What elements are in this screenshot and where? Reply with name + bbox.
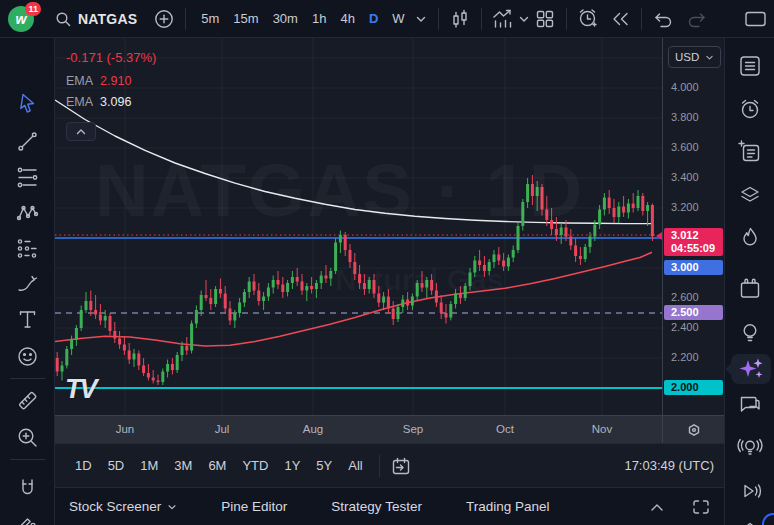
undo-button[interactable] [650,6,676,32]
symbol-watermark: NATGAS · 1D [95,148,655,233]
candle-body [329,271,332,279]
interval-30m[interactable]: 30m [266,6,305,32]
zoom-in-tool-button[interactable] [15,425,40,450]
go-to-date-icon [390,455,412,477]
candle-body [267,288,270,297]
chart-pane: NATGAS · 1D Natural Gas -0.171 (-5.37%) … [55,38,724,487]
ai-sparkles-icon [731,354,771,384]
ruler-icon [15,388,40,413]
candle-body [152,378,155,381]
chart-style-button[interactable] [447,6,473,32]
pattern-tool-button[interactable] [15,201,40,226]
price-axis[interactable]: USD 4.0003.8003.6003.4003.2002.6002.4002… [662,38,724,415]
measure-tool-button[interactable] [15,388,40,413]
bar-close-countdown: 04:55:09 [671,242,723,255]
candle-body [382,297,385,303]
strategy-tester-tab[interactable]: Strategy Tester [331,499,422,514]
save-layout-button[interactable] [742,6,768,32]
create-alert-button[interactable] [575,6,601,32]
range-1m[interactable]: 1M [132,453,166,479]
symbol-description-watermark: Natural Gas [335,263,662,297]
forecast-tool-button[interactable] [15,236,40,261]
fullscreen-button[interactable] [688,494,714,520]
stay-in-drawing-mode-button[interactable] [15,511,40,525]
indicator-row-ema-fast[interactable]: EMA 2.910 [66,74,156,88]
range-ytd[interactable]: YTD [234,453,276,479]
magnet-mode-button[interactable] [15,476,40,501]
trading-panel-tab[interactable]: Trading Panel [466,499,550,514]
chat-button[interactable] [737,391,763,417]
timezone-clock[interactable]: 17:03:49 (UTC) [624,458,714,473]
account-menu-button[interactable]: w 11 [8,6,34,32]
current-price-badge: 3.012 04:55:09 [664,228,723,256]
go-to-date-button[interactable] [388,453,414,479]
candle-body [113,331,116,339]
live-streams-button[interactable] [737,434,763,460]
plus-circle-icon [153,8,175,30]
interval-5m[interactable]: 5m [194,6,226,32]
interval-1d[interactable]: D [362,6,385,32]
legend-collapse-button[interactable] [66,122,96,141]
stock-screener-tab[interactable]: Stock Screener [69,499,177,514]
range-5y[interactable]: 5Y [308,453,340,479]
indicators-menu-button[interactable] [516,6,532,32]
brush-tool-button[interactable] [15,271,40,296]
watchlist-button[interactable] [737,53,763,79]
journal-button[interactable] [737,139,763,165]
candle-body [224,294,227,309]
candle-body [397,307,400,319]
emoji-tool-button[interactable] [15,344,40,369]
interval-menu-button[interactable] [412,6,430,32]
candle-body [118,339,121,345]
candle-body [296,277,299,282]
candle-body [281,285,284,293]
compare-add-button[interactable] [151,6,177,32]
tradingview-logo-watermark[interactable]: TV [65,374,96,405]
fib-retracement-icon [15,165,40,190]
range-1y[interactable]: 1Y [276,453,308,479]
alerts-button[interactable] [737,96,763,122]
range-3m[interactable]: 3M [166,453,200,479]
hotlists-button[interactable] [737,225,763,251]
price-tick: 2.400 [671,321,699,333]
axis-settings-corner[interactable] [662,416,724,444]
pine-editor-tab[interactable]: Pine Editor [221,499,287,514]
interval-4h[interactable]: 4h [333,6,361,32]
price-tick: 3.400 [671,171,699,183]
symbol-search[interactable]: NATGAS [54,10,137,28]
cursor-tool-button[interactable] [15,91,40,116]
text-tool-button[interactable] [15,307,40,332]
media-player-button[interactable] [737,478,763,504]
shield-button[interactable] [737,516,763,525]
time-axis[interactable]: JunJulAugSepOctNov [55,415,724,443]
range-1d[interactable]: 1D [67,453,100,479]
ai-assistant-button[interactable] [731,354,771,384]
indicator-row-ema-slow[interactable]: EMA 3.096 [66,95,156,109]
layout-grid-icon [534,8,556,30]
symbol-name: NATGAS [78,11,137,27]
trend-line-tool-button[interactable] [15,129,40,154]
calendar-button[interactable] [737,276,763,302]
zoom-in-icon [15,425,40,450]
candle-body [233,313,236,321]
object-tree-button[interactable] [737,182,763,208]
redo-button[interactable] [684,6,710,32]
bar-replay-button[interactable] [607,6,633,32]
currency-selector[interactable]: USD [668,46,721,68]
candle-body [301,282,304,291]
layout-grid-button[interactable] [532,6,558,32]
chart-plot-area[interactable]: NATGAS · 1D Natural Gas -0.171 (-5.37%) … [55,38,662,415]
interval-15m[interactable]: 15m [226,6,265,32]
candle-body [109,316,112,331]
range-all[interactable]: All [340,453,370,479]
interval-1w[interactable]: W [385,6,411,32]
draw-lock-icon [15,511,40,525]
interval-1h[interactable]: 1h [305,6,333,32]
ideas-button[interactable] [737,320,763,346]
indicators-button[interactable] [490,6,516,32]
panel-expand-button[interactable] [644,494,670,520]
range-6m[interactable]: 6M [200,453,234,479]
fib-retracement-tool-button[interactable] [15,165,40,190]
range-5d[interactable]: 5D [100,453,133,479]
candle-body [344,235,347,250]
